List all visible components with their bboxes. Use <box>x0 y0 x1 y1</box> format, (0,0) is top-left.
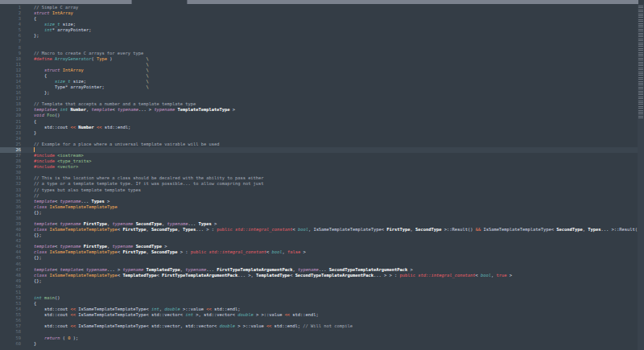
code-line[interactable]: 19template< int Number, template< typena… <box>0 107 644 113</box>
code-token: main <box>44 295 55 300</box>
code-token: SecondType <box>556 227 582 232</box>
code-token: * arrayPointer; <box>52 27 92 32</box>
line-number: 34 <box>0 193 21 199</box>
code-line[interactable]: 57 std::cout << IsSameTemplateTemplateTy… <box>0 323 644 329</box>
code-line[interactable]: 45{}; <box>0 255 644 261</box>
code-line[interactable]: 58 <box>0 329 644 335</box>
code-token <box>34 336 44 340</box>
line-number: 38 <box>0 216 21 221</box>
code-line[interactable]: 59 return ( 0 ); <box>0 336 644 341</box>
code-line[interactable]: 5 int* arrayPointer; <box>0 27 644 33</box>
code-line[interactable]: 36class IsSameTemplateTemplateType <box>0 204 644 210</box>
code-line[interactable]: 27#include <iostream> <box>0 153 644 159</box>
code-line[interactable]: 49{}; <box>0 278 644 284</box>
code-token: template <box>34 221 55 226</box>
code-token: Types <box>91 199 104 204</box>
code-line[interactable]: 17 <box>0 96 644 101</box>
code-token: std::integral_constant <box>209 249 266 254</box>
code-line[interactable]: 28#include <type_traits> <box>0 159 644 164</box>
code-line[interactable]: 54 std::cout << IsSameTemplateTemplateTy… <box>0 307 644 312</box>
code-token: public <box>217 227 232 232</box>
line-number: 37 <box>0 210 21 216</box>
code-line[interactable]: 13 { \ <box>0 73 644 79</box>
code-line[interactable]: 55 std::cout << IsSameTemplateTemplateTy… <box>0 312 644 318</box>
code-text <box>34 284 644 290</box>
code-token: ... > : <box>196 227 217 232</box>
code-line[interactable]: 44class IsSameTemplateTemplateType< Firs… <box>0 249 644 255</box>
code-token: ... <box>188 221 199 226</box>
code-token: { <box>34 73 147 78</box>
code-line[interactable]: 31// This is the location where a class … <box>0 175 644 181</box>
code-line[interactable]: 32// a type or a template template type.… <box>0 181 644 187</box>
code-token: // Example for a place where a universal… <box>34 142 219 146</box>
code-line[interactable]: 11 \ <box>0 62 644 68</box>
code-line[interactable]: 39template< typename FirstType, typename… <box>0 221 644 227</box>
code-line[interactable]: 15 Type* arrayPointer; \ <box>0 84 644 90</box>
code-line[interactable]: 34// <box>0 193 644 199</box>
code-line[interactable]: 47template< template< typename... > type… <box>0 267 644 273</box>
code-token: class <box>34 249 47 254</box>
code-line[interactable]: 3{ <box>0 16 644 22</box>
code-line[interactable]: 2struct IntArray <box>0 10 644 16</box>
code-token: std::endl; <box>271 323 303 328</box>
code-text: return ( 0 ); <box>34 336 644 341</box>
code-token: > >::value <box>235 323 266 328</box>
code-line[interactable]: 46 <box>0 261 644 267</box>
code-line[interactable]: 41{}; <box>0 233 644 238</box>
code-token: SecondType <box>136 221 162 226</box>
code-line[interactable]: 8 <box>0 45 644 51</box>
code-line[interactable]: 48class IsSameTemplateTemplateType< Temp… <box>0 273 644 278</box>
code-line[interactable]: 9// Macro to create C arrays for every t… <box>0 51 644 56</box>
minimap[interactable] <box>638 4 644 350</box>
code-line[interactable]: 21{ <box>0 119 644 125</box>
code-line[interactable]: 14 size_t size; \ <box>0 79 644 84</box>
code-line[interactable]: 40class IsSameTemplateTemplateType< Firs… <box>0 227 644 233</box>
code-token: \ <box>147 56 149 61</box>
code-line[interactable]: 25// Example for a place where a univers… <box>0 142 644 147</box>
code-token: template <box>91 107 112 112</box>
code-line[interactable]: 18// Template that accepts a number and … <box>0 101 644 107</box>
code-token: size_t <box>55 79 70 84</box>
code-line[interactable]: 1// Simple C array <box>0 5 644 10</box>
code-line[interactable]: 52int main() <box>0 295 644 301</box>
code-line[interactable]: 38 <box>0 216 644 221</box>
code-token: > <box>507 273 513 278</box>
code-token: SecondType <box>136 244 162 249</box>
code-line[interactable]: 6}; <box>0 33 644 39</box>
code-token: template <box>34 199 55 204</box>
line-number: 46 <box>0 261 21 267</box>
code-line[interactable]: 42 <box>0 238 644 244</box>
code-token <box>34 27 44 32</box>
line-number: 11 <box>0 62 21 68</box>
code-token: // a type or a template template type. I… <box>34 181 264 186</box>
code-text: \ <box>34 62 644 68</box>
code-token: > <box>162 244 167 249</box>
code-line[interactable]: 51 <box>0 290 644 295</box>
code-text: std::cout << IsSameTemplateTemplateType<… <box>34 312 644 318</box>
code-line[interactable]: 37{}; <box>0 210 644 216</box>
code-line[interactable]: 10#define ArrayGenerator( Type ) \ <box>0 56 644 62</box>
code-token: IsSameTemplateTemplateType <box>49 273 117 278</box>
code-line[interactable]: 4 size_t size; <box>0 22 644 27</box>
code-line[interactable]: 35template< typename... Types > <box>0 199 644 204</box>
code-text <box>34 290 644 295</box>
code-line[interactable]: 26 <box>0 147 644 153</box>
code-line[interactable]: 20void Foo() <box>0 113 644 118</box>
code-text: // Macro to create C arrays for every ty… <box>34 51 644 56</box>
line-number: 20 <box>0 113 21 118</box>
code-line[interactable]: 16 }; <box>0 90 644 96</box>
code-text: {}; <box>34 278 644 284</box>
code-line[interactable]: 23} <box>0 130 644 136</box>
code-line[interactable]: 30 <box>0 170 644 175</box>
code-line[interactable]: 56 <box>0 318 644 323</box>
code-line[interactable]: 7 <box>0 39 644 44</box>
code-line[interactable]: 22 std::cout << Number << std::endl; <box>0 125 644 130</box>
code-line[interactable]: 24 <box>0 136 644 142</box>
code-line[interactable]: 43template< typename FirstType, typename… <box>0 244 644 249</box>
code-line[interactable]: 53{ <box>0 301 644 307</box>
code-line[interactable]: 29#include <vector> <box>0 164 644 170</box>
code-line[interactable]: 12 struct IntArray \ <box>0 68 644 73</box>
code-line[interactable]: 33// types but also template template ty… <box>0 187 644 193</box>
code-line[interactable]: 60} <box>0 341 644 347</box>
code-line[interactable]: 50 <box>0 284 644 290</box>
